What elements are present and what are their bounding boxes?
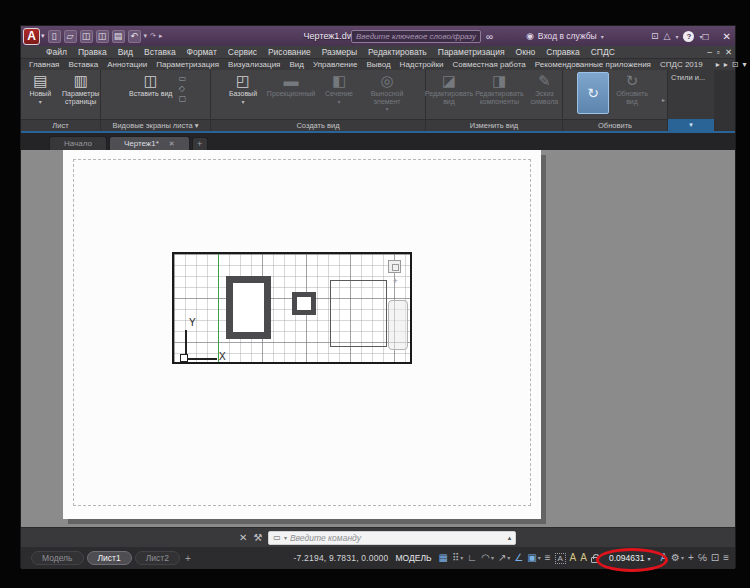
menu-tools[interactable]: Сервис xyxy=(228,47,257,57)
command-close-icon[interactable]: ✕ xyxy=(239,532,247,543)
app-store-icon[interactable]: △ xyxy=(664,31,671,41)
panel-update-launcher-icon[interactable]: ▸ xyxy=(662,96,665,103)
command-customize-icon[interactable]: ⚒ xyxy=(253,532,262,543)
app-menu-button[interactable]: A xyxy=(23,28,40,45)
ribbon-cycle-icon[interactable]: ▸ xyxy=(716,60,720,69)
settings-gear[interactable]: ⚙▾ xyxy=(671,552,684,564)
auto-update-button[interactable]: ↻ xyxy=(577,72,609,114)
drawing-canvas[interactable]: Y X + xyxy=(21,150,735,527)
open-file-icon[interactable]: ▱ xyxy=(64,30,77,43)
ribbon-tab-spds[interactable]: СПДС 2019 xyxy=(660,60,703,69)
ribbon-tab-insert[interactable]: Вставка xyxy=(68,60,98,69)
ribbon-tab-annotate[interactable]: Аннотации xyxy=(107,60,147,69)
units-toggle[interactable]: + xyxy=(688,552,694,564)
model-space-button[interactable]: МОДЕЛЬ xyxy=(395,553,431,563)
object-snap-tracking-toggle[interactable]: ∠ xyxy=(514,552,523,564)
snap-mode-toggle[interactable]: ⠿▾ xyxy=(452,552,463,564)
search-input[interactable]: Введите ключевое слово/фразу xyxy=(351,30,481,43)
customization-menu-icon[interactable]: ≡ xyxy=(723,552,729,564)
new-drawing-tab-button[interactable]: + xyxy=(192,137,208,150)
ribbon-tab-addins[interactable]: Надстройки xyxy=(400,60,444,69)
doc-restore-button[interactable]: ▫ xyxy=(717,47,720,57)
ribbon-minimize-icon[interactable]: ⊡ xyxy=(732,60,739,69)
doc-minimize-button[interactable]: – xyxy=(707,47,712,57)
lock-ui-toggle[interactable] xyxy=(591,557,599,563)
ribbon-tab-visualize[interactable]: Визуализация xyxy=(228,60,280,69)
save-as-icon[interactable]: ◫ xyxy=(96,30,109,43)
new-layout-tab-button[interactable]: + xyxy=(185,553,191,564)
command-prompt-caret-icon[interactable]: ▾ xyxy=(284,534,287,541)
insert-view-button[interactable]: ◫ Вставить вид xyxy=(125,72,177,98)
graphics-performance-toggle[interactable]: ⊡ xyxy=(711,552,719,564)
ribbon-tab-manage[interactable]: Управление xyxy=(313,60,357,69)
undo-caret-icon[interactable]: ▾ xyxy=(144,32,148,40)
binoculars-icon[interactable]: ∞ xyxy=(486,31,493,42)
menu-edit[interactable]: Правка xyxy=(78,47,107,57)
menu-insert[interactable]: Вставка xyxy=(144,47,176,57)
ribbon-tab-parametric[interactable]: Параметризация xyxy=(156,60,219,69)
plot-icon[interactable]: ▤ xyxy=(112,30,125,43)
ribbon-tab-home[interactable]: Главная xyxy=(29,60,59,69)
tab-layout1[interactable]: Лист1 xyxy=(87,551,132,565)
communication-center-icon[interactable]: ⊡ xyxy=(651,31,659,41)
ribbon-tab-featured-apps[interactable]: Рекомендованные приложения xyxy=(535,60,651,69)
close-button[interactable]: ✕ xyxy=(723,31,731,42)
panel-styles-caret-icon[interactable]: ▾ xyxy=(668,119,714,131)
panel-styles-standards[interactable]: Стили и... ▾ xyxy=(668,70,714,131)
menu-help[interactable]: Справка xyxy=(546,47,579,57)
ribbon-tab-view[interactable]: Вид xyxy=(289,60,303,69)
maximize-button[interactable]: □ xyxy=(703,31,709,42)
annotation-autoscale-toggle[interactable]: А xyxy=(570,552,577,564)
command-input[interactable]: ▭ ▾ Введите команду ▴ xyxy=(268,531,516,545)
command-history-icon[interactable]: ▴ xyxy=(508,534,512,542)
polar-tracking-toggle[interactable]: ◠▾ xyxy=(481,552,494,564)
redo-icon[interactable]: ↷ xyxy=(150,32,156,40)
menu-parametric[interactable]: Параметризация xyxy=(438,47,505,57)
annotation-scale-control[interactable]: 0.094631 ▾ xyxy=(603,551,656,565)
minimize-button[interactable]: – xyxy=(683,31,689,42)
isodraft-toggle[interactable]: ↗▾ xyxy=(498,552,510,564)
sign-in-area[interactable]: ◉ Вход в службы ▾ xyxy=(526,31,604,41)
poly-viewport-icon[interactable]: ◇ xyxy=(179,84,187,93)
app-store-caret-icon[interactable]: ▾ xyxy=(675,33,678,40)
paper-sheet[interactable]: Y X + xyxy=(63,150,541,519)
annotation-visibility-toggle[interactable]: А xyxy=(555,553,566,564)
viewport-controls-icon[interactable] xyxy=(388,260,401,273)
base-view-button[interactable]: ◰ Базовый ▾ xyxy=(223,72,263,105)
menu-dimension[interactable]: Размеры xyxy=(322,47,357,57)
workspace-toggle[interactable]: А xyxy=(660,552,667,564)
menu-modify[interactable]: Редактировать xyxy=(368,47,427,57)
file-tab-start[interactable]: Начало xyxy=(49,136,107,150)
qat-more-icon[interactable]: ▸ xyxy=(159,32,163,40)
ribbon-minimize-caret-icon[interactable]: ▾ xyxy=(742,60,746,69)
undo-icon[interactable]: ↶ xyxy=(128,30,141,43)
viewport-zoom-plus-icon[interactable]: + xyxy=(393,276,398,286)
grid-display-toggle[interactable]: ▦ xyxy=(439,552,448,564)
drawn-rectangle-large[interactable] xyxy=(226,276,271,339)
lineweight-toggle[interactable]: ≡ xyxy=(545,552,551,564)
app-menu-caret-icon[interactable]: ▾ xyxy=(41,32,45,40)
new-file-icon[interactable]: ▯ xyxy=(48,30,61,43)
menu-format[interactable]: Формат xyxy=(187,47,217,57)
menu-view[interactable]: Вид xyxy=(118,47,133,57)
save-icon[interactable]: ◫ xyxy=(80,30,93,43)
file-tab-drawing1[interactable]: Чертеж1* ✕ xyxy=(109,136,190,150)
layout-viewport[interactable]: Y X + xyxy=(172,252,412,364)
new-layout-button[interactable]: ▤ Новый ▾ xyxy=(21,72,60,105)
menu-file[interactable]: Файл xyxy=(46,47,67,57)
annotation-scale-sync-toggle[interactable]: А xyxy=(580,552,587,564)
page-setup-button[interactable]: ▥ Параметры страницы xyxy=(62,72,101,105)
tab-model[interactable]: Модель xyxy=(31,551,84,565)
menu-draw[interactable]: Рисование xyxy=(268,47,311,57)
ribbon-tab-collaborate[interactable]: Совместная работа xyxy=(453,60,526,69)
menu-window[interactable]: Окно xyxy=(516,47,536,57)
rect-viewport-icon[interactable]: ▭ xyxy=(179,74,187,83)
isolate-objects-toggle[interactable]: ℅ xyxy=(698,552,707,564)
object-snap-toggle[interactable]: ▣▾ xyxy=(527,552,540,564)
navigation-bar[interactable] xyxy=(388,300,408,350)
file-tab-close-icon[interactable]: ✕ xyxy=(169,137,175,150)
ribbon-tab-output[interactable]: Вывод xyxy=(366,60,390,69)
object-viewport-icon[interactable]: ▢ xyxy=(179,94,187,103)
tab-layout2[interactable]: Лист2 xyxy=(135,551,180,565)
drawn-rectangle-small[interactable] xyxy=(292,292,316,315)
